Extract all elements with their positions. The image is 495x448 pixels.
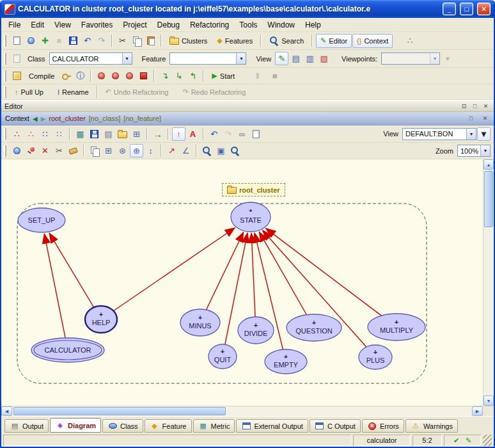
erase-item-icon[interactable]: [67, 144, 80, 157]
class-node-state[interactable]: *STATE: [231, 202, 271, 232]
zoom-in-icon[interactable]: [200, 144, 214, 157]
clusters-button[interactable]: Clusters: [165, 34, 212, 48]
run-no-breakpoints-icon[interactable]: [109, 69, 122, 83]
client-depth-icon[interactable]: ↗: [165, 144, 178, 157]
zoom-out-icon[interactable]: [228, 144, 242, 157]
toolbar-grip[interactable]: [4, 35, 7, 47]
toolbar-grip[interactable]: [4, 145, 7, 157]
tab-errors[interactable]: ✕Errors: [362, 419, 404, 433]
interface-view-icon[interactable]: ▧: [317, 52, 331, 65]
class-tab-icon[interactable]: [107, 421, 118, 431]
class-node-plus[interactable]: +PLUS: [359, 345, 392, 369]
class-node-minus[interactable]: +MINUS: [180, 309, 220, 336]
class-node-divide[interactable]: +DIVIDE: [238, 317, 274, 344]
external-commands-icon[interactable]: ∴: [403, 34, 416, 47]
delete-item-icon[interactable]: ✕: [38, 144, 52, 157]
warnings-tab-icon[interactable]: ⚠: [411, 421, 421, 431]
menu-edit[interactable]: Edit: [26, 19, 49, 31]
undo-icon[interactable]: ↶: [81, 34, 94, 47]
tab-output[interactable]: ▤Output: [4, 419, 49, 433]
class-node-quit[interactable]: +QUIT: [208, 344, 237, 369]
class-node-question[interactable]: +QUESTION: [287, 314, 342, 341]
feature-combo-arrow-icon[interactable]: ▼: [236, 53, 246, 64]
tab-diagram[interactable]: ◈Diagram: [50, 418, 101, 433]
paste-icon[interactable]: [144, 34, 157, 47]
add-client-link-icon[interactable]: ∷: [38, 127, 52, 141]
external-output-tab-icon[interactable]: [241, 421, 251, 431]
class-relations-icon[interactable]: ∴: [10, 127, 24, 141]
menu-window[interactable]: Window: [262, 19, 300, 31]
vertical-scroll-track[interactable]: [483, 170, 494, 396]
add-class-icon[interactable]: ✚: [38, 34, 52, 47]
view-menu-icon[interactable]: ▼: [477, 127, 491, 141]
print-diagram-icon[interactable]: ▤: [102, 127, 115, 141]
close-pane-icon[interactable]: ✕: [481, 102, 491, 111]
diagram-tab-icon[interactable]: ◈: [55, 420, 65, 431]
title-bar[interactable]: CALCULATOR in cluster root_cluster locat…: [1, 0, 494, 18]
context-button[interactable]: {}Context: [352, 34, 393, 48]
export-image-icon[interactable]: ▦: [74, 127, 87, 141]
class-node-help[interactable]: +HELP: [85, 306, 117, 333]
rename-button[interactable]: IRename: [53, 85, 93, 99]
horizontal-scroll-track[interactable]: [12, 406, 472, 416]
cluster-tag[interactable]: root_cluster: [222, 183, 285, 196]
menu-view[interactable]: View: [49, 19, 76, 31]
scroll-down-button[interactable]: ▼: [483, 396, 494, 406]
tab-external-output[interactable]: External Output: [236, 419, 308, 433]
class-combo[interactable]: CALCULATOR▼: [49, 52, 132, 65]
melt-icon[interactable]: [10, 69, 24, 83]
cut-links-icon[interactable]: ✂: [52, 144, 66, 157]
editable-status-icon[interactable]: ✎: [463, 436, 474, 445]
debug-options-icon[interactable]: [123, 69, 136, 83]
step-over-icon[interactable]: ↴: [158, 69, 171, 83]
maximize-pane-icon[interactable]: □: [470, 102, 480, 111]
errors-tab-icon[interactable]: ✕: [367, 421, 377, 431]
vertical-scroll-thumb[interactable]: [484, 171, 493, 227]
crop-diagram-icon[interactable]: [249, 127, 263, 141]
output-tab-icon[interactable]: ▤: [10, 421, 20, 431]
tab-c-output[interactable]: C Output: [310, 419, 361, 433]
layout-window-icon[interactable]: ⊞: [130, 127, 143, 141]
zoom-combo[interactable]: 100%▼: [457, 145, 491, 157]
class-combo-arrow-icon[interactable]: ▼: [122, 53, 132, 64]
copy-icon[interactable]: [130, 34, 143, 47]
sort-classes-icon[interactable]: ↕: [144, 144, 157, 157]
run-icon[interactable]: [95, 69, 108, 83]
toolbar-grip[interactable]: [4, 53, 7, 65]
menu-help[interactable]: Help: [300, 19, 326, 31]
feature-combo[interactable]: ▼: [169, 52, 246, 65]
menu-debug[interactable]: Debug: [152, 19, 185, 31]
clickable-view-icon[interactable]: ▥: [303, 52, 317, 65]
maximize-button[interactable]: □: [460, 3, 473, 15]
resize-grip[interactable]: [483, 435, 492, 446]
flat-view-icon[interactable]: ▤: [289, 52, 302, 65]
diagram-canvas[interactable]: SET_UP*STATE+HELPCALCULATOR+MINUS+QUIT+D…: [1, 159, 483, 406]
grid-layout-icon[interactable]: ⊞: [102, 144, 115, 157]
save-layout-icon[interactable]: [88, 127, 101, 141]
c-output-tab-icon[interactable]: [315, 421, 325, 431]
add-inheritance-link-icon[interactable]: ∷: [52, 127, 66, 141]
open-file-icon[interactable]: [24, 34, 38, 47]
toolbar-grip[interactable]: [4, 128, 7, 140]
start-button[interactable]: ▶Start: [207, 69, 239, 83]
close-button[interactable]: ✕: [477, 3, 491, 15]
minimize-button[interactable]: _: [443, 3, 456, 15]
class-node-calculator[interactable]: CALCULATOR: [31, 338, 104, 362]
horizontal-scroll-thumb[interactable]: [13, 407, 226, 415]
scroll-left-button[interactable]: ◀: [1, 406, 12, 416]
vertical-scrollbar[interactable]: ▲ ▼: [483, 159, 494, 406]
toolbar-grip[interactable]: [4, 86, 7, 98]
text-labels-icon[interactable]: A: [186, 127, 200, 141]
diagram-view-combo[interactable]: DEFAULT:BON▼: [402, 128, 476, 140]
editor-button[interactable]: ✎Editor: [316, 34, 352, 48]
scroll-right-button[interactable]: ▶: [472, 406, 483, 416]
save-icon[interactable]: [67, 34, 80, 47]
context-maximize-icon[interactable]: □: [466, 114, 476, 123]
copy-layout-icon[interactable]: [88, 144, 101, 157]
viewpoints-combo-arrow-icon[interactable]: ▼: [430, 53, 439, 64]
project-settings-icon[interactable]: ⓘ: [74, 69, 87, 83]
tab-warnings[interactable]: ⚠Warnings: [405, 419, 458, 433]
undo-diagram-icon[interactable]: ↶: [207, 127, 221, 141]
retarget-icon[interactable]: →: [151, 127, 164, 141]
pull-up-button[interactable]: ↑Pull Up: [10, 85, 48, 99]
